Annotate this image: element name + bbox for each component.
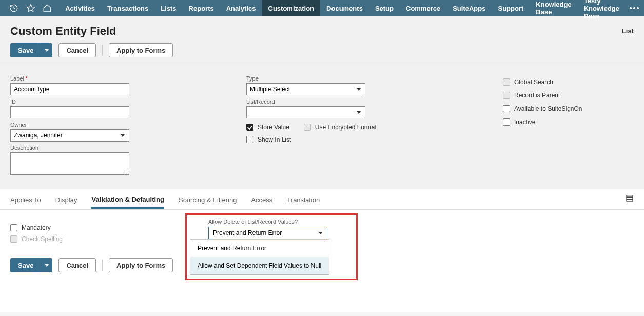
show-in-list-checkbox[interactable] (246, 136, 253, 143)
description-textarea[interactable] (10, 152, 129, 175)
nav-documents[interactable]: Documents (320, 0, 369, 16)
type-select-value: Multiple Select (250, 86, 290, 93)
page-header: Custom Entity Field Save Cancel Apply to… (0, 16, 644, 65)
nav-knowledgebase[interactable]: Knowledge Base (530, 0, 577, 16)
nav-commerce[interactable]: Commerce (400, 0, 446, 16)
record-is-parent-checkbox (503, 92, 510, 99)
cancel-button-bottom[interactable]: Cancel (58, 258, 96, 272)
svg-rect-3 (627, 200, 633, 201)
id-field-label: ID (10, 98, 226, 105)
type-select[interactable]: Multiple Select (246, 83, 365, 95)
top-navbar: Activities Transactions Lists Reports An… (0, 0, 644, 16)
save-split-caret-bottom[interactable] (41, 258, 52, 272)
available-sso-checkbox[interactable] (503, 105, 510, 112)
nav-analytics[interactable]: Analytics (220, 0, 262, 16)
allow-delete-option-prevent[interactable]: Prevent and Return Error (190, 240, 329, 257)
list-record-field-label: List/Record (246, 98, 416, 105)
inactive-checkbox[interactable] (503, 118, 510, 126)
available-sso-label: Available to SuiteSignOn (514, 105, 582, 112)
owner-select[interactable]: Zwaniga, Jennifer (10, 129, 129, 142)
nav-activities[interactable]: Activities (59, 0, 101, 16)
list-record-select[interactable] (246, 106, 365, 118)
mandatory-label: Mandatory (22, 224, 51, 231)
nav-reports[interactable]: Reports (183, 0, 220, 16)
nav-testy-knowledgebase[interactable]: Testy Knowledge Base (578, 0, 626, 16)
inactive-label: Inactive (514, 118, 535, 126)
allow-delete-option-allow-null[interactable]: Allow and Set Dependent Field Values to … (190, 257, 329, 274)
nav-suiteapps[interactable]: SuiteApps (446, 0, 492, 16)
check-spelling-checkbox (10, 235, 17, 243)
nav-setup[interactable]: Setup (369, 0, 400, 16)
history-icon[interactable] (9, 4, 18, 13)
owner-field-label: Owner (10, 122, 226, 128)
separator (102, 45, 103, 56)
global-search-label: Global Search (514, 78, 553, 86)
apply-to-forms-button-bottom[interactable]: Apply to Forms (109, 258, 173, 272)
show-in-list-label: Show In List (258, 136, 291, 143)
star-icon[interactable] (26, 4, 35, 13)
cancel-button[interactable]: Cancel (58, 43, 96, 57)
home-icon[interactable] (43, 4, 52, 13)
mandatory-checkbox[interactable] (10, 224, 17, 231)
store-value-label: Store Value (258, 124, 289, 131)
allow-delete-options-list: Prevent and Return Error Allow and Set D… (190, 239, 329, 275)
save-split-caret[interactable] (41, 43, 52, 57)
list-link[interactable]: List (622, 25, 634, 35)
allow-delete-label: Allow Delete of List/Record Values? (208, 219, 329, 225)
save-button[interactable]: Save (10, 43, 41, 57)
tab-validation-defaulting[interactable]: Validation & Defaulting (91, 190, 164, 209)
tab-access[interactable]: Access (251, 190, 272, 208)
svg-rect-1 (627, 195, 633, 197)
nav-items: Activities Transactions Lists Reports An… (59, 0, 626, 16)
expand-tabs-icon[interactable] (626, 194, 634, 205)
nav-transactions[interactable]: Transactions (101, 0, 154, 16)
label-field-label: Label* (10, 75, 226, 82)
type-field-label: Type (246, 75, 416, 82)
svg-rect-2 (627, 198, 633, 199)
separator (102, 260, 103, 271)
nav-lists[interactable]: Lists (154, 0, 182, 16)
tab-applies-to[interactable]: Applies To (10, 190, 41, 208)
page-title: Custom Entity Field (10, 25, 173, 38)
tab-display[interactable]: Display (55, 190, 77, 208)
use-encrypted-checkbox (304, 124, 311, 131)
allow-delete-select[interactable]: Prevent and Return Error (208, 227, 327, 239)
tab-sourcing-filtering[interactable]: Sourcing & Filtering (179, 190, 237, 208)
label-input[interactable] (10, 83, 129, 95)
description-field-label: Description (10, 145, 226, 151)
tab-translation[interactable]: Translation (287, 190, 320, 208)
use-encrypted-label: Use Encrypted Format (315, 124, 377, 131)
form-area: Label* ID Owner Zwaniga, Jennifer Descri… (0, 65, 644, 189)
tab-body-validation: Mandatory Check Spelling Save Cancel App… (0, 210, 644, 312)
header-button-row: Save Cancel Apply to Forms (10, 43, 173, 57)
nav-support[interactable]: Support (492, 0, 530, 16)
tab-strip: Applies To Display Validation & Defaulti… (0, 189, 644, 210)
check-spelling-label: Check Spelling (22, 235, 63, 243)
svg-marker-0 (27, 5, 34, 12)
store-value-checkbox[interactable] (246, 124, 253, 131)
nav-more-icon[interactable] (630, 7, 639, 9)
owner-select-value: Zwaniga, Jennifer (14, 132, 63, 139)
save-button-bottom[interactable]: Save (10, 258, 41, 272)
id-input[interactable] (10, 106, 129, 118)
apply-to-forms-button[interactable]: Apply to Forms (109, 43, 173, 57)
global-search-checkbox (503, 78, 510, 86)
allow-delete-selected-value: Prevent and Return Error (213, 229, 282, 236)
record-is-parent-label: Record is Parent (514, 92, 560, 99)
nav-customization[interactable]: Customization (262, 0, 321, 16)
